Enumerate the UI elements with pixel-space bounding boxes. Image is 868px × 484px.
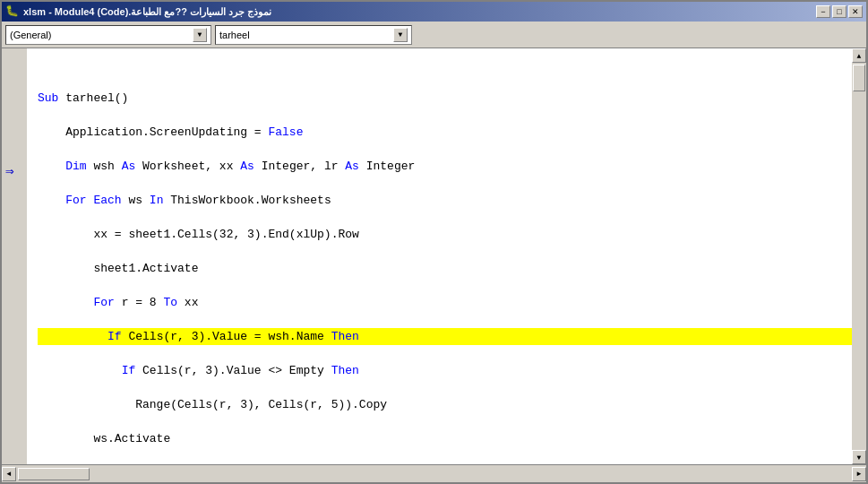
close-button[interactable]: ✕	[848, 5, 863, 18]
tarheel-dropdown[interactable]: tarheel ▼	[215, 25, 412, 45]
code-line: Range(Cells(r, 3), Cells(r, 5)).Copy	[38, 396, 852, 413]
code-content: Sub tarheel() Application.ScreenUpdating…	[27, 48, 852, 464]
main-area: ⇒ Sub tarheel() Application.ScreenUpdati…	[2, 48, 866, 464]
code-line: Dim wsh As Worksheet, xx As Integer, lr …	[38, 158, 852, 175]
scroll-down-button[interactable]: ▼	[852, 450, 866, 464]
scroll-thumb-v[interactable]	[853, 65, 865, 91]
title-bar-left: 🐛 نموذج جرد السيارات ??مع الطباعة.xlsm -…	[5, 4, 271, 19]
scroll-up-button[interactable]: ▲	[852, 48, 866, 63]
code-line-highlighted: If Cells(r, 3).Value = wsh.Name Then	[38, 328, 852, 345]
app-icon: 🐛	[5, 4, 20, 19]
window-title: نموذج جرد السيارات ??مع الطباعة.xlsm - M…	[23, 6, 271, 18]
scroll-right-button[interactable]: ►	[852, 467, 866, 481]
horizontal-scrollbar	[16, 467, 852, 481]
code-line: Sub tarheel()	[38, 90, 852, 107]
code-editor[interactable]: Sub tarheel() Application.ScreenUpdating…	[27, 48, 852, 464]
toolbar: (General) ▼ tarheel ▼	[2, 22, 866, 48]
code-line: If Cells(r, 3).Value <> Empty Then	[38, 362, 852, 379]
main-window: 🐛 نموذج جرد السيارات ??مع الطباعة.xlsm -…	[0, 0, 868, 484]
tarheel-dropdown-text: tarheel	[219, 30, 250, 40]
execution-arrow: ⇒	[5, 162, 14, 180]
minimize-button[interactable]: −	[816, 5, 830, 18]
scroll-thumb-h[interactable]	[18, 468, 90, 480]
code-line: xx = sheet1.Cells(32, 3).End(xlUp).Row	[38, 226, 852, 243]
scroll-track-h[interactable]	[16, 467, 852, 481]
code-line: sheet1.Activate	[38, 260, 852, 277]
arrow-gutter: ⇒	[2, 48, 27, 464]
scroll-track-v[interactable]	[852, 63, 866, 450]
code-line: For r = 8 To xx	[38, 294, 852, 311]
scroll-left-button[interactable]: ◄	[2, 467, 16, 481]
general-dropdown[interactable]: (General) ▼	[5, 25, 211, 45]
title-buttons: − □ ✕	[816, 5, 863, 18]
code-line: For Each ws In ThisWorkbook.Worksheets	[38, 192, 852, 209]
vertical-scrollbar: ▲ ▼	[852, 48, 866, 464]
code-line: ws.Activate	[38, 430, 852, 447]
code-line: Application.ScreenUpdating = False	[38, 124, 852, 141]
tarheel-dropdown-arrow: ▼	[393, 28, 408, 42]
title-bar: 🐛 نموذج جرد السيارات ??مع الطباعة.xlsm -…	[2, 2, 866, 22]
general-dropdown-text: (General)	[10, 30, 51, 40]
bottom-bar: ◄ ►	[2, 464, 866, 482]
maximize-button[interactable]: □	[832, 5, 847, 18]
general-dropdown-arrow: ▼	[193, 28, 207, 42]
